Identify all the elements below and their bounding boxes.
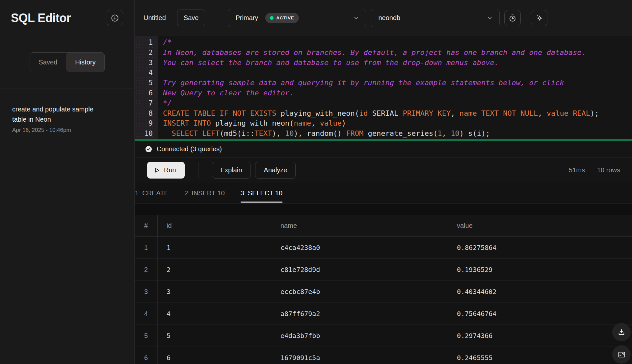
stopwatch-icon — [508, 14, 517, 22]
line-number: 3 — [135, 58, 158, 68]
id-cell: 2 — [158, 259, 272, 280]
code-token: , — [442, 129, 451, 137]
results-gap — [135, 204, 632, 215]
branch-status-label: ACTIVE — [276, 15, 294, 20]
query-file-name[interactable]: Untitled — [144, 14, 166, 22]
code-token: ), random() — [294, 129, 346, 137]
active-status-dot — [270, 16, 274, 20]
topbar-divider — [217, 0, 217, 36]
analyze-button[interactable]: Analyze — [255, 162, 296, 179]
actions-divider — [198, 162, 198, 179]
code-token: playing_with_neon( — [211, 119, 294, 127]
line-number: 8 — [135, 109, 158, 119]
download-icon — [617, 328, 626, 336]
ai-assist-button[interactable] — [531, 10, 547, 26]
code-line[interactable]: CREATE TABLE IF NOT EXISTS playing_with_… — [163, 109, 632, 119]
column-header-name: name — [272, 215, 448, 236]
code-token: Try generating sample data and querying … — [163, 79, 564, 87]
code-token: generate_series( — [363, 129, 437, 137]
code-line[interactable] — [163, 68, 632, 78]
result-tab-2-insert-10[interactable]: 2: INSERT 10 — [184, 183, 225, 203]
query-history-time-button[interactable] — [504, 10, 521, 26]
row-number-cell: 5 — [135, 325, 158, 347]
name-cell: c4ca4238a0 — [272, 237, 448, 258]
code-token: */ — [163, 99, 172, 107]
code-line[interactable]: SELECT LEFT(md5(i::TEXT), 10), random() … — [163, 129, 632, 139]
editor-code[interactable]: /*In Neon, databases are stored on branc… — [158, 36, 632, 139]
sidebar-tab-history[interactable]: History — [66, 53, 104, 72]
plus-circle-icon — [111, 14, 119, 22]
result-tab-3-select-10[interactable]: 3: SELECT 10 — [241, 183, 282, 203]
code-token: You can select the branch and database t… — [163, 59, 499, 67]
actions-row: Run Explain Analyze 51ms 10 rows — [135, 158, 632, 183]
explain-button[interactable]: Explain — [212, 162, 251, 179]
sql-editor: 12345678910 /*In Neon, databases are sto… — [135, 36, 632, 139]
expand-results-button[interactable] — [612, 345, 631, 364]
code-token — [198, 129, 202, 137]
code-token: , — [311, 119, 320, 127]
code-token: id — [359, 109, 368, 117]
code-line[interactable]: New Query to clear the editor. — [163, 88, 632, 98]
code-token: INSERT INTO — [163, 119, 211, 127]
query-row-count: 10 rows — [597, 166, 620, 174]
new-query-button[interactable] — [107, 10, 123, 26]
sidebar-tab-saved[interactable]: Saved — [30, 53, 66, 72]
saved-history-toggle: Saved History — [30, 52, 105, 72]
code-token: New Query to clear the editor. — [163, 89, 294, 97]
row-number-cell: 4 — [135, 303, 158, 325]
value-cell: 0.1936529 — [448, 259, 632, 280]
sparkles-icon — [535, 13, 544, 22]
name-cell: 1679091c5a — [272, 347, 448, 364]
database-selector[interactable]: neondb — [371, 9, 500, 27]
code-token: ) s(i); — [460, 129, 490, 137]
code-line[interactable]: In Neon, databases are stored on branche… — [163, 48, 632, 58]
row-number-cell: 1 — [135, 237, 158, 258]
topbar-divider — [526, 0, 526, 36]
table-row[interactable]: 22c81e728d9d0.1936529 — [135, 259, 632, 281]
line-number: 9 — [135, 118, 158, 129]
name-cell: a87ff679a2 — [272, 303, 448, 325]
connection-status-row: Connected (3 queries) — [135, 141, 632, 158]
value-cell: 0.40344602 — [448, 281, 632, 303]
table-row[interactable]: 55e4da3b7fbb0.2974366 — [135, 325, 632, 347]
sql-editor-app: SQL Editor Saved History create and popu… — [0, 0, 632, 364]
value-cell: 0.86275864 — [448, 237, 632, 258]
code-line[interactable]: */ — [163, 98, 632, 109]
code-token: ); — [590, 109, 599, 117]
result-tab-1-create[interactable]: 1: CREATE — [135, 183, 169, 203]
sidebar-tabs-section: Saved History — [0, 36, 134, 88]
save-button[interactable]: Save — [177, 10, 205, 26]
code-token: value — [547, 109, 568, 117]
value-cell: 0.75646764 — [448, 303, 632, 325]
code-token: ) — [342, 119, 346, 127]
code-line[interactable]: You can select the branch and database t… — [163, 58, 632, 68]
row-number-cell: 6 — [135, 347, 158, 364]
table-row[interactable]: 33eccbc87e4b0.40344602 — [135, 281, 632, 303]
table-row[interactable]: 44a87ff679a20.75646764 — [135, 303, 632, 325]
history-item[interactable]: create and populate sample table in Neon… — [12, 104, 122, 133]
export-results-button[interactable] — [612, 323, 631, 341]
code-token: /* — [163, 38, 172, 46]
chevron-down-icon — [353, 15, 359, 21]
name-cell: e4da3b7fbb — [272, 325, 448, 347]
code-line[interactable]: INSERT INTO playing_with_neon(name, valu… — [163, 118, 632, 129]
id-cell: 3 — [158, 281, 272, 303]
code-line[interactable]: /* — [163, 37, 632, 48]
result-tabs: 1: CREATE2: INSERT 103: SELECT 10 — [135, 183, 632, 204]
code-token: 10 — [285, 129, 294, 137]
history-list: create and populate sample table in Neon… — [0, 88, 134, 133]
column-header-value: value — [448, 215, 632, 236]
run-button[interactable]: Run — [147, 162, 185, 179]
table-row[interactable]: 11c4ca4238a00.86275864 — [135, 237, 632, 259]
column-header-row-number: # — [135, 215, 158, 236]
code-line[interactable]: Try generating sample data and querying … — [163, 78, 632, 88]
row-number-cell: 2 — [135, 259, 158, 280]
table-row[interactable]: 661679091c5a0.2465555 — [135, 347, 632, 364]
code-token: name — [294, 119, 311, 127]
code-token: , — [451, 109, 460, 117]
code-token: PRIMARY KEY — [403, 109, 451, 117]
branch-selector[interactable]: Primary ACTIVE — [228, 9, 366, 27]
name-cell: eccbc87e4b — [272, 281, 448, 303]
code-token: TEXT — [254, 129, 272, 137]
id-cell: 6 — [158, 347, 272, 364]
